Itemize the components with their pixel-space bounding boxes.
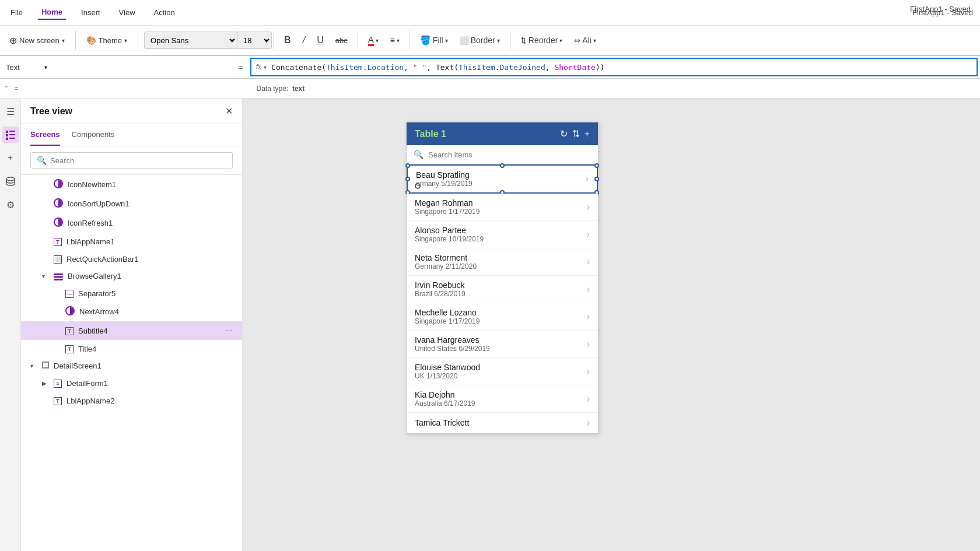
tab-screens[interactable]: Screens: [30, 124, 60, 146]
resize-handle-mr[interactable]: [594, 177, 599, 181]
menu-home[interactable]: Home: [38, 5, 66, 20]
ali-label: Ali: [582, 36, 592, 45]
formula-func: Concatenate(: [271, 63, 326, 72]
resize-handle-tm[interactable]: [500, 163, 505, 168]
hamburger-menu-icon[interactable]: ☰: [2, 103, 19, 120]
bold-button[interactable]: B: [280, 33, 295, 48]
search-input[interactable]: [50, 156, 226, 165]
table-row-info-0: Beau Spratling ermany 5/19/2019: [416, 170, 586, 188]
tree-item-more-button[interactable]: ···: [225, 325, 233, 336]
ribbon-sep-6: [510, 31, 510, 50]
insert-icon[interactable]: +: [2, 150, 19, 166]
rect-icon-quick: ⬜: [54, 254, 62, 264]
table-header: Table 1 ↻ ⇅ +: [407, 122, 598, 145]
strikethrough-button[interactable]: abc: [331, 34, 352, 47]
table-row-0[interactable]: Beau Spratling ermany 5/19/2019 ›: [407, 164, 598, 194]
ribbon-sep-5: [410, 31, 410, 50]
expand-detailform-icon[interactable]: ▶: [42, 380, 49, 387]
tab-components[interactable]: Components: [72, 124, 115, 146]
table-row-6[interactable]: Ivana Hargreaves United States 6/29/2019…: [407, 331, 598, 358]
table-add-button[interactable]: +: [584, 129, 590, 139]
svg-rect-7: [54, 273, 63, 275]
tree-item-detailform1[interactable]: ▶ ≡ DetailForm1: [21, 374, 242, 392]
formula-property-chevron-icon[interactable]: ▾: [44, 64, 47, 71]
table-row-name-4: Irvin Roebuck: [415, 280, 587, 290]
menu-action[interactable]: Action: [150, 6, 178, 19]
tree-item-separator5[interactable]: — Separator5: [21, 285, 242, 302]
menu-insert[interactable]: Insert: [78, 6, 104, 19]
table-row-info-7: Elouise Stanwood UK 1/13/2020: [415, 363, 587, 380]
table-row-info-4: Irvin Roebuck Brazil 6/28/2019: [415, 280, 587, 298]
tree-item-lblappname1[interactable]: T LblAppName1: [21, 233, 242, 250]
table-refresh-button[interactable]: ↻: [560, 128, 568, 139]
new-screen-button[interactable]: ⊕ New screen ▾: [5, 33, 69, 48]
formula-thisitem2: ThisItem: [459, 63, 495, 72]
formula-str: " ": [413, 63, 426, 72]
table-sort-button[interactable]: ⇅: [572, 128, 580, 139]
datatype-bar: "" = Data type: text: [0, 79, 980, 99]
tree-item-iconsortupdown1[interactable]: IconSortUpDown1: [21, 194, 242, 213]
fill-button[interactable]: 🪣 Fill ▾: [416, 33, 452, 48]
tree-item-title4[interactable]: T Title4: [21, 340, 242, 357]
border-button[interactable]: ⬜ Border ▾: [456, 33, 504, 47]
gallery-icon-browse: [54, 272, 63, 280]
table-row-chevron-1: ›: [587, 202, 590, 212]
resize-handle-tr[interactable]: [594, 163, 599, 168]
table-row-3[interactable]: Neta Storment Germany 2/11/2020 ›: [407, 248, 598, 276]
ali-icon: ⇔: [574, 36, 580, 45]
font-color-button[interactable]: A ▾: [364, 32, 383, 48]
tree-close-button[interactable]: ✕: [225, 106, 233, 117]
tree-item-nextarrow4[interactable]: NextArrow4: [21, 302, 242, 321]
tree-item-subtitle4[interactable]: T Subtitle4 ···: [21, 321, 242, 340]
theme-button[interactable]: 🎨 Theme ▾: [82, 33, 132, 47]
app-title: FirstApp1 - Saved: [910, 5, 971, 13]
align-button[interactable]: ≡ ▾: [386, 33, 404, 47]
font-size-select[interactable]: 18: [237, 31, 272, 49]
tree-item-lblappname2[interactable]: T LblAppName2: [21, 392, 242, 409]
table-row-name-1: Megan Rohman: [415, 198, 587, 208]
tree-view-icon[interactable]: [2, 127, 19, 143]
tree-item-rect1[interactable]: ⬜ RectQuickActionBar1: [21, 250, 242, 268]
table-row-2[interactable]: Alonso Partee Singapore 10/19/2019 ›: [407, 221, 598, 248]
table-row-1[interactable]: Megan Rohman Singapore 1/17/2019 ›: [407, 194, 598, 221]
tree-item-iconrefresh1[interactable]: IconRefresh1: [21, 213, 242, 233]
tree-item-label-lbl: LblAppName1: [66, 237, 233, 246]
table-row-name-2: Alonso Partee: [415, 226, 587, 235]
tree-item-iconnewitme1[interactable]: IconNewItem1: [21, 175, 242, 194]
underline-button[interactable]: U: [313, 33, 328, 48]
reorder-label: Reorder: [528, 36, 558, 45]
svg-rect-9: [54, 279, 63, 280]
table-row-chevron-9: ›: [587, 417, 590, 428]
tree-item-label-nextarrow: NextArrow4: [79, 307, 233, 316]
menu-file[interactable]: File: [7, 6, 26, 19]
expand-gallery-icon[interactable]: ▾: [42, 273, 49, 279]
font-family-select[interactable]: Open Sans: [144, 31, 237, 49]
tree-item-browsegallery1[interactable]: ▾ BrowseGallery1: [21, 268, 242, 285]
table-row-4[interactable]: Irvin Roebuck Brazil 6/28/2019 ›: [407, 276, 598, 303]
table-row-name-6: Ivana Hargreaves: [415, 335, 587, 345]
table-row-sub-5: Singapore 1/17/2019: [415, 317, 587, 325]
formula-bar: Text ▾ = fx ▾ Concatenate(ThisItem.Locat…: [0, 56, 980, 79]
menu-view[interactable]: View: [116, 6, 139, 19]
reorder-button[interactable]: ⇅ Reorder ▾: [516, 33, 567, 47]
resize-handle-ml[interactable]: [405, 177, 410, 181]
menu-bar: File Home Insert View Action FirstApp1 -…: [0, 0, 980, 26]
tree-item-detailscreen1[interactable]: ▾ DetailScreen1: [21, 357, 242, 374]
table-row-sub-0: ermany 5/19/2019: [416, 180, 586, 188]
formula-expression[interactable]: Concatenate(ThisItem.Location, " ", Text…: [271, 63, 604, 72]
formula-input-area: fx ▾ Concatenate(ThisItem.Location, " ",…: [250, 58, 978, 76]
resize-handle-tl[interactable]: [405, 163, 410, 168]
settings-icon[interactable]: ⚙: [2, 196, 19, 213]
ali-button[interactable]: ⇔ Ali ▾: [570, 33, 600, 47]
table-search-input[interactable]: [428, 150, 591, 159]
table-row-info-1: Megan Rohman Singapore 1/17/2019: [415, 198, 587, 216]
table-header-actions: ↻ ⇅ +: [560, 128, 590, 139]
expand-detailscreen-icon[interactable]: ▾: [30, 363, 37, 369]
table-row-9[interactable]: Tamica Trickett ›: [407, 413, 598, 433]
table-row-8[interactable]: Kia Dejohn Australia 6/17/2019 ›: [407, 385, 598, 413]
table-row-5[interactable]: Mechelle Lozano Singapore 1/17/2019 ›: [407, 303, 598, 331]
formula-shortdate: ShortDate: [554, 63, 595, 72]
data-icon[interactable]: [2, 173, 19, 189]
italic-button[interactable]: /: [299, 33, 309, 48]
table-row-7[interactable]: Elouise Stanwood UK 1/13/2020 ›: [407, 358, 598, 385]
